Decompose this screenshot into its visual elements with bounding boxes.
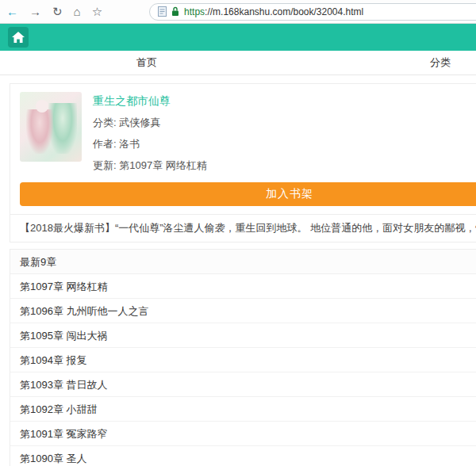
- house-icon: [12, 32, 25, 43]
- home-icon[interactable]: ⌂: [74, 6, 81, 17]
- chapter-link[interactable]: 第1094章 报复: [10, 348, 476, 372]
- book-cover-image[interactable]: [20, 92, 82, 162]
- add-to-shelf-button[interactable]: 加入书架: [20, 182, 476, 206]
- site-nav: 首页 分类: [0, 51, 476, 75]
- refresh-icon[interactable]: ↻: [52, 6, 63, 17]
- book-author: 作者: 洛书: [93, 137, 207, 151]
- url-scheme: https: [184, 6, 205, 17]
- nav-item-category[interactable]: 分类: [294, 51, 476, 74]
- address-bar[interactable]: https://m.168kanshu.com/book/32004.html: [149, 3, 476, 21]
- chapter-link[interactable]: 第1095章 闯出大祸: [10, 323, 476, 348]
- chapter-link[interactable]: 第1091章 冤家路窄: [10, 422, 476, 446]
- site-home-button[interactable]: [8, 27, 29, 48]
- lock-icon: [171, 6, 179, 17]
- chapter-link[interactable]: 第1097章 网络杠精: [10, 274, 476, 299]
- cover-art-shape: [36, 100, 48, 113]
- bookmark-star-icon[interactable]: ☆: [92, 6, 102, 17]
- book-latest-update[interactable]: 更新: 第1097章 网络杠精: [93, 159, 207, 173]
- chapter-link[interactable]: 第1090章 圣人: [10, 446, 476, 466]
- page: ← → ↻ ⌂ ☆ https://m.168kanshu.com/book/3…: [0, 0, 476, 466]
- back-icon[interactable]: ←: [6, 6, 18, 17]
- book-title[interactable]: 重生之都市仙尊: [93, 94, 207, 109]
- page-icon: [158, 6, 167, 17]
- book-card: 重生之都市仙尊 分类: 武侠修真 作者: 洛书 更新: 第1097章 网络杠精 …: [10, 83, 476, 215]
- book-category: 分类: 武侠修真: [93, 116, 207, 130]
- site-header: [0, 24, 476, 51]
- chapter-link[interactable]: 第1092章 小甜甜: [10, 397, 476, 422]
- chapter-list-header: 最新9章: [10, 250, 476, 274]
- cover-art-shape: [26, 109, 53, 154]
- browser-toolbar: ← → ↻ ⌂ ☆ https://m.168kanshu.com/book/3…: [0, 0, 476, 24]
- screenshot-root: ← → ↻ ⌂ ☆ https://m.168kanshu.com/book/3…: [0, 0, 476, 466]
- forward-icon[interactable]: →: [29, 6, 41, 17]
- book-info: 重生之都市仙尊 分类: 武侠修真 作者: 洛书 更新: 第1097章 网络杠精: [93, 92, 207, 173]
- chapter-link[interactable]: 第1096章 九州听他一人之言: [10, 299, 476, 323]
- url-rest: ://m.168kanshu.com/book/32004.html: [205, 6, 363, 17]
- chapter-link[interactable]: 第1093章 昔日故人: [10, 372, 476, 397]
- book-description: 【2018最火爆新书】“一代仙尊”洛尘遭人偷袭，重生回到地球。 地位普通的他，面…: [10, 214, 476, 243]
- chapter-list: 最新9章 第1097章 网络杠精 第1096章 九州听他一人之言 第1095章 …: [10, 249, 476, 466]
- book-card-row: 重生之都市仙尊 分类: 武侠修真 作者: 洛书 更新: 第1097章 网络杠精: [20, 92, 476, 173]
- nav-item-home[interactable]: 首页: [0, 51, 294, 74]
- url-text: https://m.168kanshu.com/book/32004.html: [184, 6, 363, 17]
